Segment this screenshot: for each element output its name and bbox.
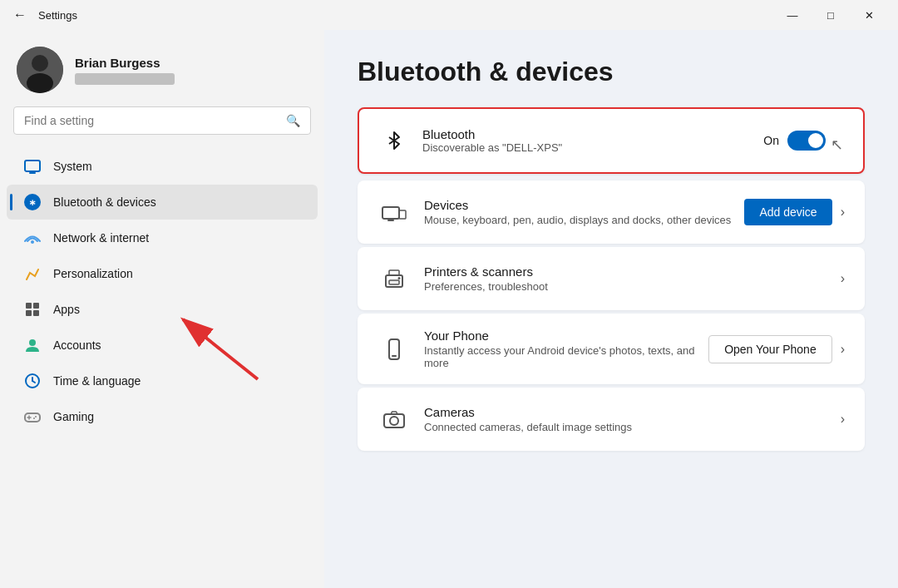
yourphone-chevron: › (841, 342, 845, 357)
avatar (17, 47, 63, 93)
svg-point-20 (33, 418, 35, 419)
page-title: Bluetooth & devices (358, 57, 865, 87)
svg-rect-24 (399, 210, 406, 219)
devices-icon (377, 195, 411, 229)
cameras-icon (377, 403, 411, 436)
bluetooth-toggle-text: Bluetooth Discoverable as "DELL-XPS" (422, 127, 750, 154)
yourphone-text: Your Phone Instantly access your Android… (424, 329, 695, 369)
bluetooth-icon: ∗ (23, 193, 42, 211)
sidebar-item-accounts[interactable]: Accounts (7, 328, 318, 363)
yourphone-action: Open Your Phone › (708, 335, 845, 363)
svg-point-7 (31, 240, 34, 244)
svg-point-1 (32, 55, 48, 72)
search-box: 🔍 (13, 106, 311, 135)
svg-point-33 (390, 417, 398, 425)
back-button[interactable]: ← (10, 7, 30, 22)
svg-line-15 (32, 381, 35, 383)
cameras-text: Cameras Connected cameras, default image… (424, 405, 827, 433)
svg-rect-8 (26, 303, 32, 309)
bluetooth-card-icon (379, 126, 409, 156)
minimize-button[interactable]: — (773, 0, 812, 30)
user-profile: Brian Burgess (0, 30, 324, 106)
cursor-icon: ↖ (831, 136, 843, 154)
user-email-blur (75, 73, 175, 85)
sidebar-item-apps[interactable]: Apps (7, 292, 318, 327)
bluetooth-toggle-area: On ↖ (763, 127, 843, 154)
sidebar-item-label-personalization: Personalization (53, 267, 133, 280)
sidebar-item-label-accounts: Accounts (53, 338, 101, 352)
search-input[interactable] (24, 114, 279, 127)
bluetooth-toggle-switch[interactable] (787, 131, 826, 151)
user-name: Brian Burgess (75, 56, 175, 70)
add-device-button[interactable]: Add device (744, 199, 831, 225)
sidebar-item-gaming[interactable]: Gaming (7, 399, 318, 434)
yourphone-title: Your Phone (424, 329, 695, 343)
sidebar-item-label-bluetooth: Bluetooth & devices (53, 195, 156, 209)
cameras-title: Cameras (424, 405, 827, 419)
maximize-button[interactable]: □ (812, 0, 850, 30)
app-window: Brian Burgess 🔍 System (0, 30, 898, 588)
yourphone-card[interactable]: Your Phone Instantly access your Android… (358, 314, 865, 384)
bluetooth-toggle-subtitle: Discoverable as "DELL-XPS" (422, 141, 750, 154)
sidebar-item-label-apps: Apps (53, 303, 80, 316)
printers-action: › (841, 271, 845, 286)
svg-rect-10 (26, 310, 32, 316)
titlebar: ← Settings — □ ✕ (0, 0, 898, 30)
search-icon: 🔍 (286, 114, 300, 127)
sidebar-item-system[interactable]: System (7, 149, 318, 184)
time-icon (23, 372, 42, 390)
sidebar-item-bluetooth[interactable]: ∗ Bluetooth & devices (7, 185, 318, 220)
bluetooth-toggle-title: Bluetooth (422, 127, 750, 141)
cameras-card[interactable]: Cameras Connected cameras, default image… (358, 388, 865, 451)
gaming-icon (23, 408, 42, 426)
devices-chevron: › (841, 205, 845, 220)
cameras-subtitle: Connected cameras, default image setting… (424, 421, 827, 433)
titlebar-controls: — □ ✕ (773, 0, 888, 30)
printers-title: Printers & scanners (424, 264, 827, 279)
printers-text: Printers & scanners Preferences, trouble… (424, 264, 827, 293)
search-container: 🔍 (0, 106, 324, 148)
devices-action: Add device › (744, 199, 845, 225)
svg-rect-11 (33, 310, 39, 316)
sidebar: Brian Burgess 🔍 System (0, 30, 324, 448)
printers-chevron: › (841, 271, 845, 286)
sidebar-item-time[interactable]: Time & language (7, 363, 318, 398)
devices-card[interactable]: Devices Mouse, keyboard, pen, audio, dis… (358, 180, 865, 244)
svg-point-2 (27, 73, 53, 93)
svg-rect-23 (382, 207, 399, 219)
network-icon (23, 229, 42, 247)
svg-rect-4 (29, 172, 36, 174)
svg-rect-25 (387, 220, 394, 221)
accounts-icon (23, 336, 42, 354)
devices-subtitle: Mouse, keyboard, pen, audio, displays an… (424, 214, 731, 226)
yourphone-subtitle: Instantly access your Android device's p… (424, 344, 695, 369)
svg-rect-9 (33, 303, 39, 309)
printers-icon (377, 262, 411, 295)
user-info: Brian Burgess (75, 56, 175, 85)
system-icon (23, 157, 42, 175)
sidebar-item-label-system: System (53, 160, 92, 173)
sidebar-item-personalization[interactable]: Personalization (7, 256, 318, 291)
sidebar-item-network[interactable]: Network & internet (7, 220, 318, 255)
titlebar-left: ← Settings (10, 7, 77, 22)
close-button[interactable]: ✕ (850, 0, 888, 30)
sidebar-item-label-network: Network & internet (53, 231, 149, 245)
cameras-action: › (841, 412, 845, 427)
nav-items: System ∗ Bluetooth & devices (0, 148, 324, 435)
svg-text:∗: ∗ (29, 196, 37, 209)
open-your-phone-button[interactable]: Open Your Phone (708, 335, 832, 363)
sidebar-item-label-gaming: Gaming (53, 410, 94, 423)
main-content: Bluetooth & devices Bluetooth Discoverab… (324, 30, 898, 588)
svg-rect-28 (389, 280, 399, 284)
svg-point-12 (29, 339, 36, 346)
devices-title: Devices (424, 198, 731, 212)
cameras-chevron: › (841, 412, 845, 427)
printers-subtitle: Preferences, troubleshoot (424, 280, 827, 293)
bluetooth-toggle-card[interactable]: Bluetooth Discoverable as "DELL-XPS" On … (358, 107, 865, 174)
printers-card[interactable]: Printers & scanners Preferences, trouble… (358, 247, 865, 310)
svg-point-29 (398, 277, 401, 279)
devices-text: Devices Mouse, keyboard, pen, audio, dis… (424, 198, 731, 226)
yourphone-icon (377, 333, 411, 366)
personalization-icon (23, 264, 42, 283)
apps-icon (23, 300, 42, 319)
